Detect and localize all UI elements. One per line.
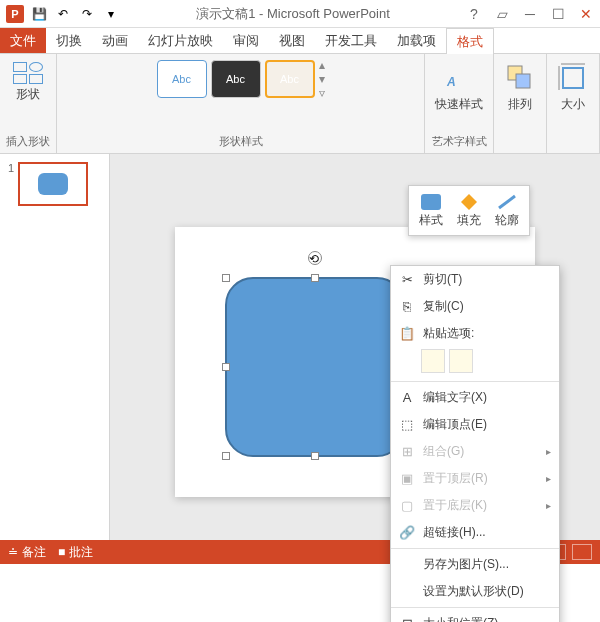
undo-icon[interactable]: ↶: [52, 3, 74, 25]
front-icon: ▣: [399, 471, 415, 487]
group-size: 大小: [547, 54, 600, 153]
edit-text-icon: A: [399, 390, 415, 406]
slide-thumbnail-1[interactable]: [18, 162, 88, 206]
shapes-label: 形状: [16, 86, 40, 103]
tab-addins[interactable]: 加载项: [387, 28, 446, 53]
rounded-rectangle-shape[interactable]: ⟲: [225, 277, 405, 457]
menu-set-default-shape[interactable]: 设置为默认形状(D): [391, 578, 559, 605]
rotate-handle[interactable]: ⟲: [308, 251, 322, 265]
group-insert-shapes: 形状 插入形状: [0, 54, 57, 153]
thumbnail-panel: 1: [0, 154, 110, 540]
save-icon[interactable]: 💾: [28, 3, 50, 25]
gallery-down-icon[interactable]: ▾: [319, 72, 325, 86]
style-preset-1[interactable]: Abc: [157, 60, 207, 98]
mini-outline-button[interactable]: 轮廓: [489, 190, 525, 231]
size-icon: ⊡: [399, 616, 415, 623]
quick-styles-button[interactable]: A 快速样式: [431, 58, 487, 117]
ribbon: 形状 插入形状 Abc Abc Abc ▴▾▿ 形状样式 A 快速样式 艺术字样…: [0, 54, 600, 154]
back-icon: ▢: [399, 498, 415, 514]
group-arrange: 排列: [494, 54, 547, 153]
resize-handle-n[interactable]: [311, 274, 319, 282]
ribbon-options-icon[interactable]: ▱: [492, 4, 512, 24]
tab-developer[interactable]: 开发工具: [315, 28, 387, 53]
shape-style-gallery[interactable]: Abc Abc Abc ▴▾▿: [157, 58, 325, 100]
redo-icon[interactable]: ↷: [76, 3, 98, 25]
paste-icon: 📋: [399, 326, 415, 342]
svg-rect-3: [563, 68, 583, 88]
resize-handle-s[interactable]: [311, 452, 319, 460]
menu-bring-front: ▣置于顶层(R)▸: [391, 465, 559, 492]
menu-send-back: ▢置于底层(K)▸: [391, 492, 559, 519]
paste-option-1[interactable]: [421, 349, 445, 373]
shapes-button[interactable]: 形状: [9, 58, 47, 107]
group-label-insert: 插入形状: [6, 134, 50, 149]
group-quick-styles: A 快速样式 艺术字样式: [425, 54, 494, 153]
ribbon-tabs: 文件 切换 动画 幻灯片放映 审阅 视图 开发工具 加载项 格式: [0, 28, 600, 54]
link-icon: 🔗: [399, 525, 415, 541]
tab-review[interactable]: 审阅: [223, 28, 269, 53]
menu-hyperlink[interactable]: 🔗超链接(H)...: [391, 519, 559, 546]
group-icon: ⊞: [399, 444, 415, 460]
gallery-up-icon[interactable]: ▴: [319, 58, 325, 72]
minimize-icon[interactable]: ─: [520, 4, 540, 24]
size-label: 大小: [561, 96, 585, 113]
svg-rect-4: [421, 194, 441, 210]
app-icon[interactable]: P: [4, 3, 26, 25]
notes-button[interactable]: ≐ 备注: [8, 544, 46, 561]
size-button[interactable]: 大小: [553, 58, 593, 117]
menu-group: ⊞组合(G)▸: [391, 438, 559, 465]
svg-text:A: A: [446, 75, 456, 89]
resize-handle-w[interactable]: [222, 363, 230, 371]
tab-file[interactable]: 文件: [0, 28, 46, 53]
tab-animation[interactable]: 动画: [92, 28, 138, 53]
help-icon[interactable]: ?: [464, 4, 484, 24]
menu-size-position[interactable]: ⊡大小和位置(Z)...: [391, 610, 559, 622]
mini-toolbar: 样式 填充 轮廓: [408, 185, 530, 236]
style-preset-3[interactable]: Abc: [265, 60, 315, 98]
gallery-more-icon[interactable]: ▿: [319, 86, 325, 100]
menu-cut[interactable]: ✂剪切(T): [391, 266, 559, 293]
mini-fill-button[interactable]: 填充: [451, 190, 487, 231]
group-shape-styles: Abc Abc Abc ▴▾▿ 形状样式: [57, 54, 425, 153]
mini-style-button[interactable]: 样式: [413, 190, 449, 231]
slide-number: 1: [8, 162, 14, 174]
group-label-styles: 形状样式: [219, 134, 263, 149]
qat-dropdown-icon[interactable]: ▾: [100, 3, 122, 25]
cut-icon: ✂: [399, 272, 415, 288]
comments-button[interactable]: ■ 批注: [58, 544, 93, 561]
paste-option-2[interactable]: [449, 349, 473, 373]
menu-paste-section: 📋粘贴选项:: [391, 320, 559, 347]
close-icon[interactable]: ✕: [576, 4, 596, 24]
tab-transition[interactable]: 切换: [46, 28, 92, 53]
resize-handle-nw[interactable]: [222, 274, 230, 282]
menu-copy[interactable]: ⎘复制(C): [391, 293, 559, 320]
menu-edit-points[interactable]: ⬚编辑顶点(E): [391, 411, 559, 438]
context-menu: ✂剪切(T) ⎘复制(C) 📋粘贴选项: A编辑文字(X) ⬚编辑顶点(E) ⊞…: [390, 265, 560, 622]
menu-edit-text[interactable]: A编辑文字(X): [391, 384, 559, 411]
quick-styles-label: 快速样式: [435, 96, 483, 113]
style-preset-2[interactable]: Abc: [211, 60, 261, 98]
tab-format[interactable]: 格式: [446, 28, 494, 54]
copy-icon: ⎘: [399, 299, 415, 315]
window-title: 演示文稿1 - Microsoft PowerPoint: [122, 5, 464, 23]
arrange-button[interactable]: 排列: [500, 58, 540, 117]
resize-handle-sw[interactable]: [222, 452, 230, 460]
edit-points-icon: ⬚: [399, 417, 415, 433]
tab-view[interactable]: 视图: [269, 28, 315, 53]
group-label-wordart: 艺术字样式: [432, 134, 487, 149]
svg-rect-2: [516, 74, 530, 88]
maximize-icon[interactable]: ☐: [548, 4, 568, 24]
slideshow-view-icon[interactable]: [572, 544, 592, 560]
arrange-label: 排列: [508, 96, 532, 113]
menu-save-as-picture[interactable]: 另存为图片(S)...: [391, 551, 559, 578]
tab-slideshow[interactable]: 幻灯片放映: [138, 28, 223, 53]
